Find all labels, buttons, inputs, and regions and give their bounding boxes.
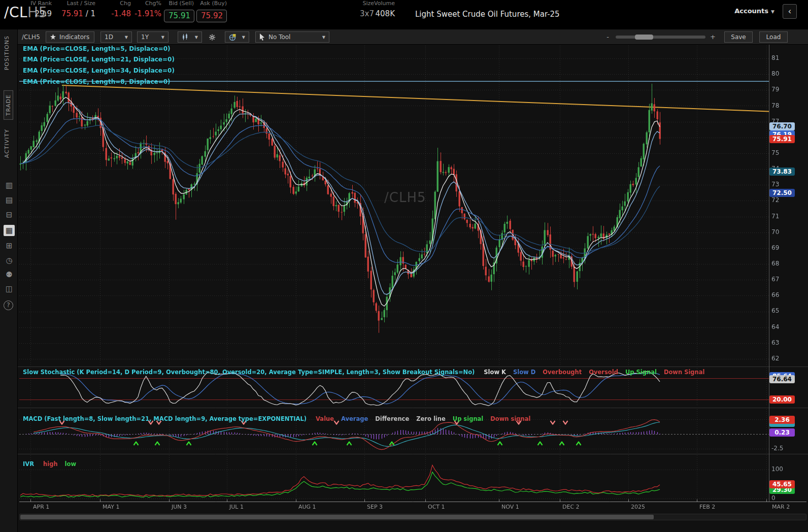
tool-value: No Tool [268, 34, 290, 41]
ask-button[interactable]: 75.92 [196, 10, 227, 22]
horizontal-scrollbar[interactable] [19, 514, 806, 520]
gear-icon [209, 34, 215, 41]
tab-activity[interactable]: ACTIVITY [4, 129, 10, 158]
monitor-icon[interactable]: ▥ [4, 180, 15, 191]
left-sidebar: POSITIONS TRADE ACTIVITY ▥ ▤ ⊟ ▦ ⊞ ◷ ⚉ ◫… [0, 29, 18, 532]
archive-icon[interactable]: ◫ [4, 283, 15, 294]
quote-header: /CLH5 IV Rank 29.9 Last / Size 75.91 / 1… [0, 0, 808, 29]
size-label: Size [355, 0, 374, 8]
ask-field: Ask (Buy) [196, 0, 227, 8]
zoom-slider[interactable] [616, 34, 705, 39]
price-chart-canvas[interactable] [18, 45, 808, 532]
volume-field: Volume 408K [374, 0, 395, 18]
watchlist-icon[interactable]: ▤ [4, 194, 15, 206]
iv-rank-label: IV Rank [15, 0, 52, 8]
community-icon[interactable]: ⚉ [4, 269, 15, 280]
timeframe-value: 1D [105, 34, 113, 41]
chgpct-label: Chg% [127, 0, 161, 8]
bid-label: Bid (Sell) [164, 0, 194, 8]
ask-label: Ask (Buy) [196, 0, 227, 8]
drawing-tools-icon [229, 34, 237, 41]
chgpct-field: Chg% -1.91% [127, 0, 161, 18]
zoom-slider-thumb[interactable] [635, 35, 653, 40]
chevron-down-icon: ▼ [125, 35, 128, 40]
size-field: Size 3x7 [355, 0, 374, 18]
bid-field: Bid (Sell) [164, 0, 194, 8]
accounts-label: Accounts [734, 7, 768, 15]
zoom-out-button[interactable]: - [607, 33, 609, 41]
last-size-label: Last / Size [55, 0, 95, 8]
last-value: 75.91 [61, 9, 83, 18]
volume-value: 408K [374, 9, 395, 18]
chg-label: Chg [99, 0, 131, 8]
widgets-icon[interactable]: ⊞ [4, 240, 15, 251]
chgpct-value: -1.91% [127, 9, 161, 18]
cursor-icon [259, 34, 265, 41]
tab-positions[interactable]: POSITIONS [4, 36, 10, 70]
chart-settings-button[interactable] [206, 31, 219, 43]
chevron-down-icon: ▼ [161, 35, 164, 40]
chevron-down-icon: ▼ [195, 35, 198, 40]
iv-rank-field: IV Rank 29.9 [15, 0, 52, 18]
zoom-in-button[interactable]: + [710, 33, 716, 41]
indicators-button[interactable]: Indicators [46, 31, 94, 43]
last-size-field: Last / Size 75.91 / 1 [55, 0, 95, 18]
candlestick-icon [182, 34, 189, 41]
help-icon[interactable]: ? [4, 301, 13, 310]
volume-label: Volume [374, 0, 395, 8]
timeframe-dropdown[interactable]: 1D ▼ [100, 31, 132, 43]
size-value: 3x7 [355, 9, 374, 18]
scanner-icon[interactable]: ⊟ [4, 209, 15, 220]
trading-platform: /CLH5 IV Rank 29.9 Last / Size 75.91 / 1… [0, 0, 808, 532]
chart-icon[interactable]: ▦ [4, 225, 15, 236]
range-dropdown[interactable]: 1Y ▼ [137, 31, 169, 43]
tab-trade[interactable]: TRADE [4, 90, 13, 120]
chart-region: EMA (Price=CLOSE, Length=5, Displace=0) … [18, 45, 808, 532]
bid-button[interactable]: 75.91 [164, 10, 194, 22]
accounts-menu[interactable]: Accounts▼ [734, 7, 775, 15]
zoom-slider-track[interactable] [616, 36, 705, 39]
contract-description: Light Sweet Crude Oil Futures, Mar-25 [415, 10, 560, 19]
drawing-set-dropdown[interactable]: ▼ [225, 31, 249, 43]
chart-style-dropdown[interactable]: ▼ [178, 31, 202, 43]
iv-rank-value: 29.9 [15, 9, 52, 18]
history-icon[interactable]: ◷ [4, 255, 15, 266]
chevron-down-icon: ▼ [242, 35, 245, 40]
chg-field: Chg -1.48 [99, 0, 131, 18]
load-button[interactable]: Load [759, 31, 788, 43]
range-value: 1Y [141, 34, 149, 41]
save-button[interactable]: Save [724, 31, 753, 43]
chevron-down-icon: ▼ [771, 9, 775, 14]
chg-value: -1.48 [99, 9, 131, 18]
tool-dropdown[interactable]: No Tool ▼ [255, 31, 329, 43]
chevron-down-icon: ▼ [322, 35, 325, 40]
last-size-suffix: / 1 [83, 9, 95, 18]
collapse-panel-button[interactable]: ‹ [783, 4, 797, 19]
toolbar-symbol: /CLH5 [22, 34, 40, 41]
beaker-icon [50, 34, 56, 41]
chart-toolbar: /CLH5 Indicators 1D ▼ 1Y ▼ ▼ [18, 29, 808, 45]
horizontal-scrollbar-thumb[interactable] [20, 515, 654, 519]
indicators-label: Indicators [59, 34, 89, 41]
